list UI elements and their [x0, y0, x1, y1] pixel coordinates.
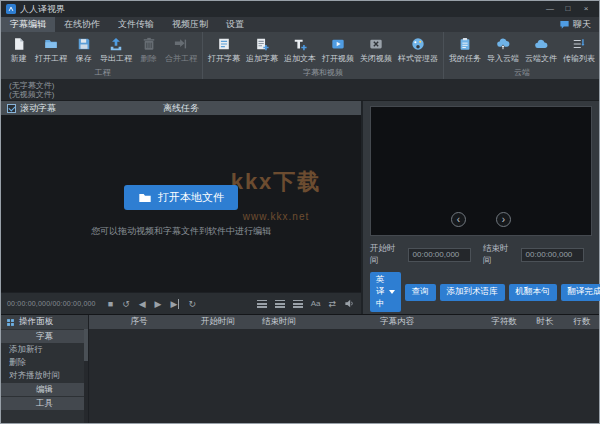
col-duration: 时长	[525, 316, 565, 328]
subtitle-nav: ‹ ›	[371, 212, 591, 227]
translate-done-button[interactable]: 翻译完成	[561, 284, 600, 301]
style-manager-icon	[411, 37, 425, 51]
add-to-termbase-button[interactable]: 添加到术语库	[440, 284, 505, 301]
editor-drop-area[interactable]: kkx下载 www.kkx.net 打开本地文件 您可以拖动视频和字幕文件到软件…	[1, 115, 361, 292]
next-subtitle-button[interactable]: ›	[496, 212, 511, 227]
stop-button[interactable]: ■	[108, 299, 113, 309]
open-local-file-button[interactable]: 打开本地文件	[124, 185, 238, 210]
ops-scrollbar[interactable]	[84, 329, 88, 423]
minimize-button[interactable]: —	[542, 3, 558, 15]
toolbar-group-cloud: 我的任务 导入云端 云端文件 传输列表 云端	[444, 32, 600, 79]
toolbar-group-project: 新建 打开工程 保存 导出工程 删除	[3, 32, 203, 79]
video-file-status[interactable]: (无视频文件)	[1, 90, 599, 99]
toolbar-group-project-label: 工程	[5, 68, 200, 79]
menu-settings[interactable]: 设置	[217, 17, 253, 32]
menu-video-encode[interactable]: 视频压制	[163, 17, 217, 32]
player-bar: 00:00:00,000/00:00:00,000 ■ ↺ ◀ ▶ ▶ ↻ Aa…	[1, 292, 361, 314]
menu-bar: 字幕编辑 在线协作 文件传输 视频压制 设置 聊天	[1, 17, 599, 32]
save-label: 保存	[76, 53, 92, 64]
import-cloud-button[interactable]: 导入云端	[484, 35, 522, 66]
subtitle-table-body[interactable]	[89, 329, 599, 423]
transport-controls: ■ ↺ ◀ ▶ ▶ ↻	[108, 299, 196, 309]
ops-item-delete[interactable]: 删除	[1, 356, 88, 369]
loop-button[interactable]: ↻	[188, 299, 196, 309]
append-subtitle-button[interactable]: 追加字幕	[243, 35, 281, 66]
scroll-subtitle-checkbox[interactable]	[7, 104, 16, 113]
replay-button[interactable]: ↺	[122, 299, 130, 309]
col-index: 序号	[89, 316, 189, 328]
watermark-line2: www.kkx.net	[196, 211, 356, 222]
new-button[interactable]: 新建	[5, 35, 32, 66]
ops-scrollbar-thumb[interactable]	[84, 329, 88, 361]
align-right-icon[interactable]	[293, 300, 303, 308]
export-project-button[interactable]: 导出工程	[97, 35, 135, 66]
export-project-label: 导出工程	[100, 53, 132, 64]
language-pair-select[interactable]: 英译中	[370, 272, 401, 312]
ops-item-align-playtime[interactable]: 对齐播放时间	[1, 369, 88, 382]
open-subtitle-icon	[217, 37, 231, 51]
step-back-button[interactable]: ◀	[139, 299, 146, 309]
my-tasks-button[interactable]: 我的任务	[446, 35, 484, 66]
start-time-input[interactable]: 00:00:00,000	[408, 248, 471, 262]
col-char-count: 字符数	[483, 316, 525, 328]
toolbar-group-subtitle-video-label: 字幕和视频	[205, 68, 441, 79]
window-controls: — □ ×	[542, 3, 594, 15]
close-video-button[interactable]: 关闭视频	[357, 35, 395, 66]
append-text-button[interactable]: 追加文本	[281, 35, 319, 66]
start-time-label: 开始时间	[370, 243, 404, 267]
cloud-file-button[interactable]: 云端文件	[522, 35, 560, 66]
export-project-icon	[109, 37, 123, 51]
transfer-list-icon	[572, 37, 586, 51]
subtitle-table: 序号 开始时间 结束时间 字幕内容 字符数 时长 行数	[89, 315, 599, 423]
swap-button[interactable]: ⇄	[328, 299, 336, 309]
transfer-list-button[interactable]: 传输列表	[560, 35, 598, 66]
open-local-file-label: 打开本地文件	[158, 190, 224, 205]
new-label: 新建	[11, 53, 27, 64]
align-left-icon[interactable]	[257, 300, 267, 308]
col-end-time: 结束时间	[247, 316, 311, 328]
scroll-subtitle-label: 滚动字幕	[20, 102, 56, 115]
transfer-list-label: 传输列表	[563, 53, 595, 64]
prev-subtitle-button[interactable]: ‹	[451, 212, 466, 227]
machine-translate-button[interactable]: 机翻本句	[509, 284, 557, 301]
open-video-button[interactable]: 打开视频	[319, 35, 357, 66]
chat-icon	[559, 19, 570, 30]
open-project-icon	[44, 37, 58, 51]
ops-section-subtitle[interactable]: 字幕	[1, 330, 88, 343]
append-text-icon	[293, 37, 307, 51]
font-size-button[interactable]: Aa	[311, 299, 321, 308]
subtitle-editor-pane: 滚动字幕 离线任务 kkx下载 www.kkx.net 打开本地文件 您可以拖动…	[1, 101, 363, 314]
toolbar: 新建 打开工程 保存 导出工程 删除	[1, 32, 599, 80]
step-forward-button[interactable]: ▶	[171, 299, 180, 309]
open-project-button[interactable]: 打开工程	[32, 35, 70, 66]
maximize-button[interactable]: □	[560, 3, 576, 15]
window-title: 人人译视界	[20, 3, 65, 16]
align-center-icon[interactable]	[275, 300, 285, 308]
save-button[interactable]: 保存	[70, 35, 97, 66]
ops-section-tools[interactable]: 工具	[1, 397, 88, 410]
query-button[interactable]: 查询	[405, 284, 436, 301]
menu-file-transfer[interactable]: 文件传输	[109, 17, 163, 32]
close-video-label: 关闭视频	[360, 53, 392, 64]
player-timecode: 00:00:00,000/00:00:00,000	[7, 300, 96, 307]
ops-item-add-row[interactable]: 添加新行	[1, 343, 88, 356]
open-subtitle-button[interactable]: 打开字幕	[205, 35, 243, 66]
play-button[interactable]: ▶	[155, 299, 162, 309]
ops-section-edit[interactable]: 编辑	[1, 383, 88, 396]
close-button[interactable]: ×	[578, 3, 594, 15]
chat-button[interactable]: 聊天	[551, 17, 599, 32]
open-video-icon	[331, 37, 345, 51]
title-bar: 人人译视界 — □ ×	[1, 1, 599, 17]
menu-online-collab[interactable]: 在线协作	[55, 17, 109, 32]
volume-icon[interactable]	[344, 298, 355, 309]
open-subtitle-label: 打开字幕	[208, 53, 240, 64]
style-manager-button[interactable]: 样式管理器	[395, 35, 441, 66]
import-cloud-label: 导入云端	[487, 53, 519, 64]
operation-panel-title: 操作面板	[19, 316, 53, 328]
menu-subtitle-edit[interactable]: 字幕编辑	[1, 17, 55, 32]
merge-project-button[interactable]: 合并工程	[162, 35, 200, 66]
import-cloud-icon	[496, 37, 510, 51]
subtitle-file-status[interactable]: (无字幕文件)	[1, 81, 599, 90]
delete-button[interactable]: 删除	[135, 35, 162, 66]
end-time-input[interactable]: 00:00:00,000	[521, 248, 584, 262]
